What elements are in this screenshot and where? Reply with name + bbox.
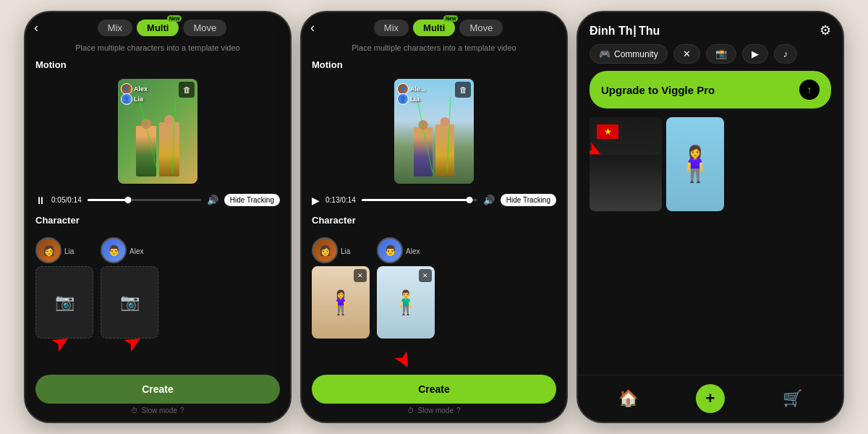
- avatar-alex-1: 👨: [101, 237, 127, 263]
- twitter-btn[interactable]: ✕: [673, 44, 700, 64]
- tab-move-1[interactable]: Move: [183, 20, 226, 36]
- tab-group-1: Mix New Multi Move: [43, 20, 281, 36]
- back-button-2[interactable]: ‹: [310, 20, 315, 35]
- hide-tracking-btn-1[interactable]: Hide Tracking: [224, 194, 280, 206]
- youtube-icon: ▶: [752, 48, 759, 59]
- discord-icon: 🎮: [599, 48, 610, 59]
- profile-spacer: [578, 246, 843, 375]
- char-card-delete-alex[interactable]: ✕: [419, 269, 432, 282]
- community-btn[interactable]: 🎮 Community: [590, 44, 668, 64]
- slow-mode-text-2: Slow mode: [417, 407, 453, 414]
- tab-multi-2[interactable]: New Multi: [413, 20, 455, 36]
- slow-mode-text-1: Slow mode: [141, 407, 176, 414]
- bottom-section-1: Create ⏱ Slow mode ?: [25, 369, 290, 422]
- slow-mode-icon-2: ⏱: [407, 407, 414, 414]
- tab-multi-1[interactable]: New Multi: [137, 20, 179, 36]
- character-label-1: Character: [25, 210, 290, 229]
- instagram-btn[interactable]: 📸: [706, 44, 736, 64]
- settings-gear-icon[interactable]: ⚙: [820, 22, 831, 38]
- motion-area-1: 🗑 👤 Alex 👤 Lia: [25, 73, 290, 190]
- x-icon: ✕: [683, 48, 691, 59]
- youtube-btn[interactable]: ▶: [742, 44, 768, 64]
- create-btn-2[interactable]: Create: [312, 375, 556, 404]
- video-preview-2: 🗑 👤 Ale... 👤 Lia: [394, 79, 474, 184]
- basket-nav-icon[interactable]: 🛒: [783, 389, 802, 408]
- tab-mix-1[interactable]: Mix: [98, 20, 132, 36]
- content-grid: ★ ➤ 🧍‍♀️: [578, 117, 843, 246]
- char-card-delete-lia[interactable]: ✕: [354, 269, 367, 282]
- person-emoji: 🧍‍♀️: [673, 144, 717, 184]
- content-thumb-person[interactable]: 🧍‍♀️: [666, 117, 724, 211]
- character-alex-1: 👨 Alex 📷: [101, 237, 158, 339]
- motion-label-2: Motion: [302, 55, 566, 73]
- new-badge-1: New: [167, 15, 182, 22]
- camera-icon-alex: 📷: [120, 293, 140, 312]
- character-lia-2: 👩 Lia 🧍‍♀️ ✕: [312, 237, 370, 339]
- profile-name: Đinh Thị Thu: [590, 24, 660, 38]
- slow-mode-help-1[interactable]: ?: [180, 407, 184, 414]
- screen1-header: ‹ Mix New Multi Move: [25, 12, 290, 41]
- phone-screen-1: ‹ Mix New Multi Move Place multiple char…: [24, 11, 292, 423]
- time-display-1: 0:05/0:14: [51, 196, 82, 204]
- hide-tracking-btn-2[interactable]: Hide Tracking: [501, 194, 556, 206]
- character-list-2: 👩 Lia 🧍‍♀️ ✕ 👨 Alex: [312, 237, 556, 339]
- slow-mode-2: ⏱ Slow mode ?: [312, 404, 556, 417]
- char-card-lia-2[interactable]: 🧍‍♀️ ✕: [312, 266, 370, 339]
- video-char-ale: Ale...: [410, 85, 426, 93]
- add-char-lia-1[interactable]: 📷: [35, 266, 93, 339]
- profile-header: Đinh Thị Thu ⚙: [578, 12, 843, 44]
- upgrade-text: Upgrade to Viggle Pro: [601, 84, 715, 96]
- progress-thumb-2: [466, 197, 472, 203]
- playback-controls-1: ⏸ 0:05/0:14 🔊 Hide Tracking: [25, 190, 290, 210]
- avatar-alex-2: 👨: [377, 237, 403, 263]
- screen2-header: ‹ Mix New Multi Move: [302, 12, 566, 41]
- tab-mix-2[interactable]: Mix: [374, 20, 409, 36]
- progress-bar-2[interactable]: [362, 199, 477, 201]
- content-thumb-vietnam[interactable]: ★ ➤: [590, 117, 662, 211]
- profile-nav: 🏠 + 🛒: [578, 375, 843, 422]
- create-nav-button[interactable]: +: [696, 384, 725, 413]
- video-char-alex: Alex: [134, 85, 148, 93]
- char-card-alex-2[interactable]: 🧍‍♂️ ✕: [377, 266, 435, 339]
- char-name-alex-2: Alex: [406, 247, 420, 255]
- video-preview-1: 🗑 👤 Alex 👤 Lia: [118, 79, 197, 184]
- phone-screen-2: ‹ Mix New Multi Move Place multiple char…: [300, 11, 568, 423]
- create-btn-1[interactable]: Create: [35, 375, 280, 404]
- upgrade-banner[interactable]: Upgrade to Viggle Pro ↑: [590, 71, 831, 109]
- avatar-lia-2: 👩: [312, 237, 338, 263]
- svg-line-1: [172, 97, 176, 173]
- video-delete-1[interactable]: 🗑: [179, 82, 195, 98]
- add-char-alex-1[interactable]: 📷: [101, 266, 158, 339]
- progress-bar-1[interactable]: [88, 199, 201, 201]
- screenshots-container: ‹ Mix New Multi Move Place multiple char…: [0, 0, 868, 434]
- back-button-1[interactable]: ‹: [34, 20, 38, 35]
- video-char-lia: Lia: [134, 95, 143, 103]
- svg-line-3: [447, 97, 451, 173]
- volume-icon-2[interactable]: 🔊: [483, 195, 495, 205]
- char-name-lia-1: Lia: [64, 247, 74, 255]
- pause-button-1[interactable]: ⏸: [35, 195, 46, 206]
- home-nav-icon[interactable]: 🏠: [618, 389, 638, 408]
- screen2-subtitle: Place multiple characters into a templat…: [302, 41, 566, 55]
- phone-screen-3: Đinh Thị Thu ⚙ 🎮 Community ✕ 📸 ▶: [576, 11, 844, 423]
- playback-controls-2: ▶ 0:13/0:14 🔊 Hide Tracking: [302, 190, 566, 210]
- character-lia-1: 👩 Lia 📷: [35, 237, 93, 339]
- character-list-1: 👩 Lia 📷 👨 Alex �: [35, 237, 280, 339]
- char-name-lia-2: Lia: [341, 247, 350, 255]
- bottom-section-2: ➤ Create ⏱ Slow mode ?: [302, 369, 566, 422]
- video-char-lia2: Lia: [410, 95, 420, 103]
- progress-fill-2: [362, 199, 469, 201]
- progress-fill-1: [88, 199, 129, 201]
- camera-icon-lia: 📷: [55, 293, 75, 312]
- play-button-2[interactable]: ▶: [312, 195, 320, 206]
- volume-icon-1[interactable]: 🔊: [207, 195, 218, 205]
- tab-move-2[interactable]: Move: [459, 20, 503, 36]
- video-delete-2[interactable]: 🗑: [455, 82, 471, 98]
- tiktok-btn[interactable]: ♪: [774, 44, 798, 64]
- slow-mode-1: ⏱ Slow mode ?: [35, 404, 280, 417]
- tiktok-icon: ♪: [783, 48, 788, 59]
- motion-label-1: Motion: [25, 55, 290, 73]
- community-label: Community: [614, 49, 658, 59]
- instagram-icon: 📸: [715, 48, 727, 59]
- slow-mode-help-2[interactable]: ?: [456, 407, 461, 414]
